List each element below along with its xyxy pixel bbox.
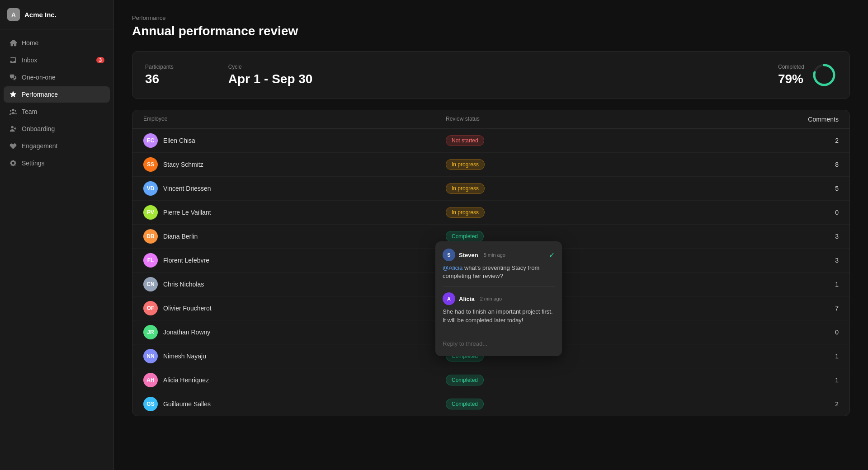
comment-time-alicia: 2 min ago [480,296,502,301]
completed-value: 79% [778,72,804,86]
comments-cell: 2 [536,400,839,408]
comment-popup: S Steven 5 min ago ✓ @Alicia what's prev… [435,241,562,356]
stats-card: Participants 36 Cycle Apr 1 - Sep 30 Com… [132,51,850,99]
settings-icon [9,159,17,167]
sidebar-item-settings-label: Settings [22,160,45,167]
employee-name: Stacy Schmitz [163,161,203,168]
sidebar-item-engagement[interactable]: Engagement [4,138,110,154]
employee-cell: SS Stacy Schmitz [143,157,446,172]
table-row[interactable]: AH Alicia Henriquez Completed 1 [132,368,849,392]
avatar: AH [143,373,158,387]
avatar: OF [143,301,158,315]
team-icon [9,108,17,116]
employee-cell: PV Pierre Le Vaillant [143,205,446,220]
table-row[interactable]: VD Vincent Driessen In progress 5 [132,177,849,201]
comment-entry-1: S Steven 5 min ago ✓ @Alicia what's prev… [443,249,555,280]
engagement-icon [9,142,17,150]
comment-header-1: S Steven 5 min ago ✓ [443,249,555,261]
sidebar-item-one-on-one[interactable]: One-on-one [4,69,110,85]
comments-cell: 5 [536,185,839,192]
table-row[interactable]: PV Pierre Le Vaillant In progress 0 [132,201,849,225]
table-row[interactable]: SS Stacy Schmitz In progress 8 [132,153,849,177]
page-title: Annual performance review [132,24,850,38]
sidebar-item-home-label: Home [22,39,38,47]
col-comments: Comments [536,116,839,123]
employee-name: Vincent Driessen [163,185,211,192]
comment-avatar-alicia: A [443,292,455,305]
avatar: VD [143,181,158,196]
sidebar-item-settings[interactable]: Settings [4,155,110,171]
employee-cell: DB Diana Berlin [143,229,446,244]
sidebar-header: A Acme Inc. [0,0,113,29]
review-status-cell: Completed [446,231,536,242]
comments-cell: 0 [536,209,839,216]
sidebar-item-inbox[interactable]: Inbox 3 [4,52,110,68]
comment-author-steven: Steven [459,252,478,258]
table-row[interactable]: EC Ellen Chisa Not started 2 [132,129,849,153]
comment-author-alicia: Alicia [459,296,475,302]
sidebar-item-home[interactable]: Home [4,35,110,51]
sidebar-item-onboarding-label: Onboarding [22,125,55,132]
review-status-cell: In progress [446,207,536,218]
sidebar-item-inbox-label: Inbox [22,56,37,64]
comments-cell: 8 [536,161,839,168]
employee-cell: NN Nimesh Nayaju [143,349,446,363]
employee-name: Jonathan Rowny [163,329,210,336]
company-name: Acme Inc. [24,11,57,19]
sidebar: A Acme Inc. Home Inbox 3 One-on-one [0,0,114,470]
sidebar-item-one-on-one-label: One-on-one [22,74,56,81]
employee-name: Pierre Le Vaillant [163,209,211,216]
employee-cell: EC Ellen Chisa [143,133,446,148]
comments-cell: 3 [536,257,839,264]
comment-text-steven: @Alicia what's preventing Stacy from com… [443,264,555,280]
avatar: NN [143,349,158,363]
employee-cell: GS Guillaume Salles [143,397,446,411]
participants-label: Participants [145,64,174,70]
status-badge: In progress [446,159,485,170]
comment-time-steven: 5 min ago [484,252,505,258]
table-row[interactable]: GS Guillaume Salles Completed 2 [132,392,849,416]
sidebar-item-engagement-label: Engagement [22,142,57,150]
avatar: EC [143,133,158,148]
onboarding-icon [9,125,17,133]
table-header: Employee Review status Comments [132,110,849,129]
comment-header-2: A Alicia 2 min ago [443,292,555,305]
employee-name: Guillaume Salles [163,400,211,408]
inbox-badge: 3 [96,57,104,63]
avatar: GS [143,397,158,411]
sidebar-item-performance[interactable]: Performance [4,86,110,103]
donut-chart [811,62,837,88]
status-badge: Completed [446,399,484,409]
comments-cell: 1 [536,376,839,384]
review-status-cell: In progress [446,159,536,170]
avatar: CN [143,277,158,291]
comments-cell: 2 [536,137,839,144]
sidebar-nav: Home Inbox 3 One-on-one Performance [0,29,113,470]
col-employee: Employee [143,116,446,123]
status-badge: Completed [446,231,484,242]
stat-divider-1 [201,64,201,86]
employee-cell: JR Jonathan Rowny [143,325,446,339]
comment-reply-input[interactable]: Reply to thread... [443,337,555,349]
participants-value: 36 [145,72,174,86]
avatar: JR [143,325,158,339]
one-on-one-icon [9,73,17,81]
comment-divider-2 [443,331,555,331]
sidebar-item-team[interactable]: Team [4,103,110,120]
employee-cell: FL Florent Lefebvre [143,253,446,268]
company-logo: A [7,8,20,21]
status-badge: In progress [446,207,485,218]
check-icon: ✓ [549,251,555,259]
sidebar-item-onboarding[interactable]: Onboarding [4,121,110,137]
performance-icon [9,90,17,99]
completed-label: Completed [778,64,804,70]
employee-name: Olivier Foucherot [163,305,212,312]
avatar: FL [143,253,158,268]
employee-name: Florent Lefebvre [163,257,209,264]
avatar: SS [143,157,158,172]
employee-cell: OF Olivier Foucherot [143,301,446,315]
avatar: PV [143,205,158,220]
completed-stat: Completed 79% [778,62,837,88]
employee-name: Chris Nicholas [163,281,204,288]
main-content: Performance Annual performance review Pa… [114,0,868,470]
